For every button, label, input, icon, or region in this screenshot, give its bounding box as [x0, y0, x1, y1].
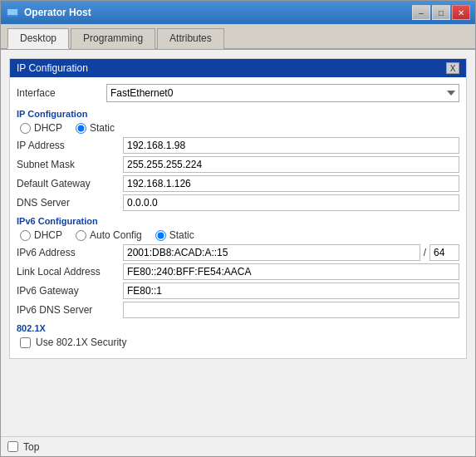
scroll-area[interactable]: IP Configuration X Interface FastEtherne…	[1, 50, 475, 436]
ipv6-auto-label: Auto Config	[90, 229, 142, 241]
ipv6-dns-label: IPv6 DNS Server	[17, 304, 116, 316]
ip-mode-row: DHCP Static	[20, 122, 459, 134]
ip-panel-header: IP Configuration X	[10, 59, 466, 77]
ipv6-address-group: /	[123, 244, 459, 261]
top-checkbox[interactable]	[7, 441, 18, 452]
window-title: Operator Host	[24, 7, 412, 18]
dns-server-input[interactable]	[123, 194, 459, 211]
subnet-mask-label: Subnet Mask	[17, 159, 116, 170]
ipv6-address-input[interactable]	[123, 244, 420, 261]
dot1x-checkbox[interactable]	[20, 337, 31, 348]
link-local-input[interactable]	[123, 263, 459, 280]
close-button[interactable]: ✕	[452, 5, 470, 20]
minimize-button[interactable]: –	[412, 5, 430, 20]
interface-label: Interface	[17, 87, 100, 99]
dot1x-checkbox-row: Use 802.1X Security	[20, 337, 459, 348]
ipv6-auto-group: Auto Config	[76, 229, 142, 241]
ipv6-gateway-label: IPv6 Gateway	[17, 285, 116, 297]
tab-programming[interactable]: Programming	[71, 28, 155, 49]
prefix-length-input[interactable]	[429, 244, 459, 261]
link-local-row: Link Local Address	[17, 263, 459, 280]
link-local-label: Link Local Address	[17, 266, 116, 278]
static-radio[interactable]	[76, 123, 86, 134]
svg-rect-1	[7, 9, 17, 15]
maximize-button[interactable]: □	[432, 5, 450, 20]
top-label: Top	[23, 441, 39, 453]
default-gateway-label: Default Gateway	[17, 178, 116, 189]
default-gateway-row: Default Gateway	[17, 175, 459, 192]
title-bar-buttons: – □ ✕	[412, 5, 470, 20]
dot1x-label: Use 802.1X Security	[36, 337, 126, 348]
ipv6-mode-row: DHCP Auto Config Static	[20, 229, 459, 241]
ip-panel-close-button[interactable]: X	[446, 62, 459, 74]
title-bar: Operator Host – □ ✕	[1, 1, 475, 24]
ipv6-dns-row: IPv6 DNS Server	[17, 302, 459, 318]
tab-attributes[interactable]: Attributes	[157, 28, 224, 49]
ip-panel-content: Interface FastEthernet0 IP Configuration…	[10, 77, 466, 358]
ip-address-row: IP Address	[17, 137, 459, 154]
static-label: Static	[90, 122, 115, 134]
bottom-bar: Top	[1, 436, 475, 456]
subnet-mask-input[interactable]	[123, 156, 459, 173]
ipv6-dhcp-group: DHCP	[20, 229, 62, 241]
ipv6-dhcp-radio[interactable]	[20, 230, 31, 241]
ip-address-label: IP Address	[17, 140, 116, 151]
ipv6-address-row: IPv6 Address /	[17, 244, 459, 261]
ipv6-static-label: Static	[169, 229, 194, 241]
ip-config-section-header: IP Configuration	[17, 109, 459, 119]
tab-desktop[interactable]: Desktop	[7, 28, 69, 49]
prefix-separator: /	[424, 247, 426, 258]
default-gateway-input[interactable]	[123, 175, 459, 192]
dns-server-label: DNS Server	[17, 197, 116, 209]
dhcp-radio[interactable]	[20, 123, 31, 134]
interface-select[interactable]: FastEthernet0	[106, 84, 459, 102]
interface-row: Interface FastEthernet0	[17, 84, 459, 102]
ip-address-input[interactable]	[123, 137, 459, 154]
ipv6-static-radio[interactable]	[155, 230, 166, 241]
ipv6-section-header: IPv6 Configuration	[17, 216, 459, 226]
ip-panel-title: IP Configuration	[17, 62, 88, 74]
tab-bar: Desktop Programming Attributes	[1, 24, 475, 50]
dns-server-row: DNS Server	[17, 194, 459, 211]
ip-fields: IP Address Subnet Mask Default Gateway	[17, 137, 459, 211]
ipv6-address-label: IPv6 Address	[17, 247, 116, 258]
subnet-mask-row: Subnet Mask	[17, 156, 459, 173]
ipv6-dhcp-label: DHCP	[34, 229, 62, 241]
main-content: IP Configuration X Interface FastEtherne…	[1, 50, 475, 436]
svg-rect-2	[9, 16, 16, 17]
window-icon	[6, 6, 19, 19]
ipv6-gateway-row: IPv6 Gateway	[17, 283, 459, 299]
ipv6-dns-input[interactable]	[123, 302, 459, 318]
static-radio-group: Static	[76, 122, 115, 134]
top-checkbox-group: Top	[7, 441, 39, 453]
ipv6-auto-radio[interactable]	[76, 230, 86, 241]
ipv6-gateway-input[interactable]	[123, 283, 459, 299]
dot1x-section-header: 802.1X	[17, 323, 459, 333]
ip-configuration-panel: IP Configuration X Interface FastEtherne…	[9, 58, 467, 359]
dhcp-radio-group: DHCP	[20, 122, 62, 134]
dhcp-label: DHCP	[34, 122, 62, 134]
ipv6-static-group: Static	[155, 229, 194, 241]
main-window: Operator Host – □ ✕ Desktop Programming …	[0, 0, 476, 457]
